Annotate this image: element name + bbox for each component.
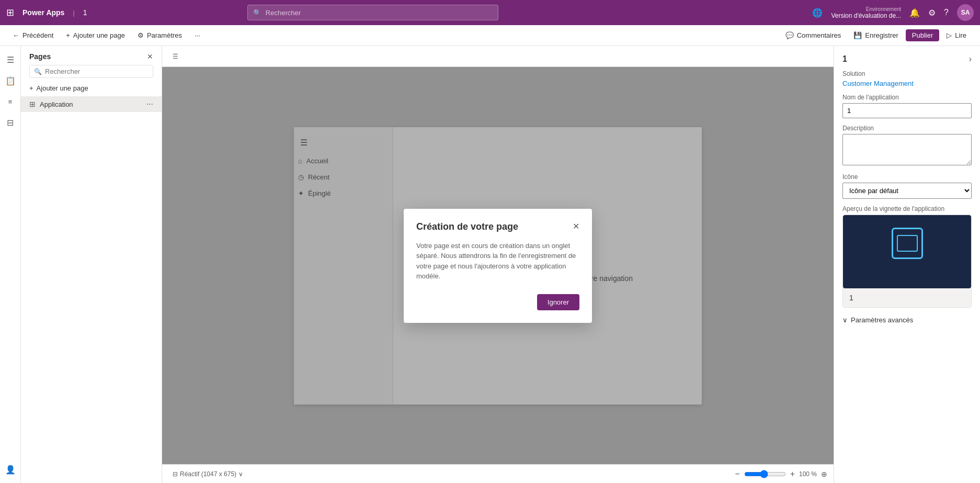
right-panel-title: 1 [842, 54, 847, 64]
modal-header: Création de votre page ✕ [416, 221, 579, 232]
icon-label: Icône [842, 173, 972, 181]
thumbnail-container: 1 [842, 215, 972, 308]
comments-icon: 💬 [785, 31, 794, 39]
save-icon: 💾 [853, 31, 862, 39]
solution-label: Solution [842, 70, 972, 77]
modal-body: Votre page est en cours de création dans… [416, 241, 579, 282]
sidebar-media-icon[interactable]: ⊟ [1, 113, 20, 132]
zoom-slider[interactable] [744, 470, 786, 478]
top-bar-right: 🌐 Environnement Version d'évaluation de.… [812, 4, 974, 21]
right-panel-nav-arrow[interactable]: › [969, 54, 972, 64]
advanced-chevron-icon: ∨ [842, 316, 848, 324]
secondary-nav-right: 💬 Commentaires 💾 Enregistrer Publier ▷ L… [780, 29, 972, 41]
env-info: Environnement Version d'évaluation de... [831, 6, 901, 19]
add-page-button[interactable]: + Ajouter une page [62, 29, 129, 41]
modal-close-button[interactable]: ✕ [573, 221, 579, 231]
app-name-field: Nom de l'application [842, 94, 972, 118]
params-icon: ⚙ [138, 31, 144, 39]
search-input[interactable] [266, 9, 493, 17]
publish-button[interactable]: Publier [906, 29, 939, 41]
waffle-icon[interactable]: ⊞ [6, 7, 14, 18]
thumbnail-icon [892, 228, 923, 259]
add-page-plus-icon: + [29, 84, 33, 92]
page-item-label: Application [40, 100, 142, 108]
advanced-label: Paramètres avancés [851, 316, 913, 324]
modal-footer: Ignorer [416, 294, 579, 310]
sidebar-menu-icon[interactable]: ☰ [1, 50, 20, 69]
description-label: Description [842, 125, 972, 132]
modal-ignore-button[interactable]: Ignorer [537, 294, 579, 310]
save-label: Enregistrer [865, 31, 898, 39]
thumbnail-app-name: 1 [843, 288, 971, 307]
pages-search[interactable]: 🔍 [29, 65, 153, 78]
env-label: Environnement [831, 6, 901, 12]
comments-button[interactable]: 💬 Commentaires [780, 29, 847, 41]
top-bar: ⊞ Power Apps | 1 🔍 🌐 Environnement Versi… [0, 0, 980, 25]
right-panel: 1 › Solution Customer Management Nom de … [834, 46, 980, 483]
secondary-nav: ← Précédent + Ajouter une page ⚙ Paramèt… [0, 25, 980, 46]
fit-screen-button[interactable]: ⊕ [821, 470, 827, 478]
title-divider: | [73, 9, 74, 17]
comments-label: Commentaires [797, 31, 841, 39]
notification-icon[interactable]: 🔔 [909, 8, 920, 18]
page-item-more-button[interactable]: ··· [146, 99, 153, 109]
help-icon[interactable]: ? [944, 8, 949, 17]
pages-close-button[interactable]: ✕ [147, 52, 153, 61]
solution-value[interactable]: Customer Management [842, 80, 972, 87]
icon-sidebar: ☰ 📋 ≡ ⊟ 👤 [0, 46, 21, 483]
sidebar-users-icon[interactable]: 👤 [1, 460, 20, 479]
add-page-btn-label: Ajouter une page [37, 84, 88, 92]
description-textarea[interactable] [842, 134, 972, 165]
zoom-controls: − + 100 % ⊕ [735, 469, 827, 479]
canvas-wrapper: ☰ ⌂ Accueil ◷ Récent ✦ Épinglé [162, 67, 834, 464]
sidebar-data-icon[interactable]: ≡ [1, 92, 20, 111]
icon-select[interactable]: Icône par défaut [842, 183, 972, 199]
advanced-params-toggle[interactable]: ∨ Paramètres avancés [842, 314, 972, 326]
icon-field: Icône Icône par défaut [842, 173, 972, 199]
pages-search-icon: 🔍 [34, 68, 42, 75]
settings-icon[interactable]: ⚙ [928, 8, 936, 18]
play-button[interactable]: ▷ Lire [941, 29, 972, 41]
page-item-icon: ⊞ [29, 100, 36, 108]
back-label: Précédent [22, 31, 53, 39]
env-value: Version d'évaluation de... [831, 12, 901, 19]
play-icon: ▷ [947, 31, 952, 39]
env-icon: 🌐 [812, 8, 823, 18]
responsive-icon: ⊟ [173, 470, 178, 478]
search-bar[interactable]: 🔍 [247, 5, 498, 20]
page-item[interactable]: ⊞ Application ··· [21, 96, 162, 112]
modal-title: Création de votre page [416, 221, 518, 232]
zoom-value: 100 % [799, 470, 817, 478]
pages-search-input[interactable] [45, 68, 149, 75]
pages-title: Pages [29, 52, 51, 61]
main-layout: ☰ 📋 ≡ ⊟ 👤 Pages ✕ 🔍 + Ajouter une page ⊞… [0, 46, 980, 483]
back-icon: ← [13, 31, 19, 39]
pages-panel: Pages ✕ 🔍 + Ajouter une page ⊞ Applicati… [21, 46, 162, 483]
zoom-out-button[interactable]: − [735, 469, 739, 479]
play-label: Lire [955, 31, 966, 39]
responsive-button[interactable]: ⊟ Réactif (1047 x 675) ∨ [168, 468, 247, 480]
add-page-btn[interactable]: + Ajouter une page [21, 82, 162, 96]
sidebar-page-icon[interactable]: 📋 [1, 71, 20, 90]
save-button[interactable]: 💾 Enregistrer [848, 29, 904, 41]
back-button[interactable]: ← Précédent [8, 29, 58, 41]
app-name-label: Nom de l'application [842, 94, 972, 101]
responsive-label: Réactif (1047 x 675) [180, 470, 236, 478]
zoom-in-button[interactable]: + [790, 469, 795, 479]
pages-header: Pages ✕ [21, 52, 162, 65]
app-name-input[interactable] [842, 103, 972, 118]
add-page-icon: + [66, 31, 70, 39]
app-count: 1 [83, 8, 87, 17]
hamburger-canvas-icon[interactable]: ☰ [168, 51, 183, 62]
more-button[interactable]: ··· [190, 29, 204, 41]
search-icon: 🔍 [253, 9, 261, 17]
modal-dialog: Création de votre page ✕ Votre page est … [404, 209, 592, 323]
thumbnail-preview [843, 215, 971, 288]
params-button[interactable]: ⚙ Paramètres [133, 29, 186, 41]
description-field: Description [842, 125, 972, 167]
hamburger-icon: ☰ [173, 53, 178, 60]
avatar[interactable]: SA [957, 4, 974, 21]
thumbnail-icon-inner [897, 235, 918, 252]
right-panel-header: 1 › [842, 54, 972, 64]
app-title: Power Apps [22, 8, 64, 17]
